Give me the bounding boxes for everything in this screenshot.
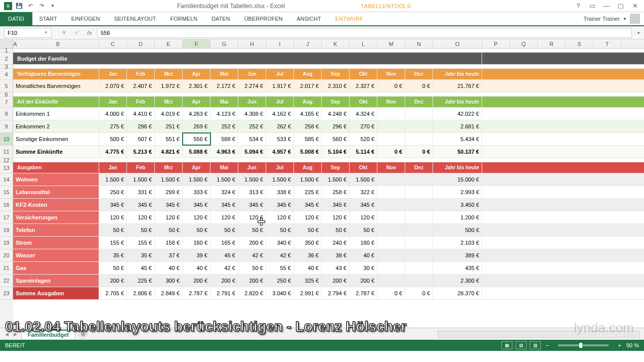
- cell[interactable]: 5.434 €: [433, 133, 482, 145]
- cell[interactable]: Jul: [266, 162, 294, 173]
- view-pagebreak-button[interactable]: ▧: [530, 341, 541, 349]
- cell[interactable]: 252 €: [238, 120, 266, 132]
- cell[interactable]: 120 €: [99, 211, 127, 223]
- cell[interactable]: 0 €: [377, 146, 405, 158]
- cell[interactable]: Aug: [294, 97, 322, 107]
- cell[interactable]: 5.094 €: [238, 146, 266, 158]
- row-header[interactable]: 21: [0, 262, 13, 275]
- namebox-dropdown-icon[interactable]: ▼: [44, 30, 48, 35]
- cell[interactable]: [405, 120, 433, 132]
- cell[interactable]: 5.114 €: [350, 146, 377, 158]
- cell[interactable]: Okt: [350, 97, 377, 107]
- cell[interactable]: 4.162 €: [266, 108, 294, 120]
- cell[interactable]: Nov: [377, 97, 405, 107]
- cell[interactable]: Mai: [210, 162, 238, 173]
- cell[interactable]: 345 €: [99, 199, 127, 211]
- cell[interactable]: 2.787 €: [183, 287, 210, 299]
- cell[interactable]: 345 €: [155, 199, 183, 211]
- cell[interactable]: 252 €: [210, 120, 238, 132]
- cell[interactable]: 36 €: [294, 249, 322, 261]
- help-icon[interactable]: ?: [573, 2, 583, 10]
- cell[interactable]: 2.301 €: [183, 80, 210, 92]
- row-header[interactable]: 18: [0, 224, 13, 237]
- cell[interactable]: [405, 199, 433, 211]
- cell[interactable]: [377, 275, 405, 287]
- cell[interactable]: 345 €: [183, 199, 210, 211]
- cell[interactable]: 4.000 €: [99, 108, 127, 120]
- tab-review[interactable]: ÜBERPRÜFEN: [237, 12, 290, 25]
- cell[interactable]: 120 €: [210, 211, 238, 223]
- row-header[interactable]: 2: [0, 53, 13, 65]
- cell[interactable]: [377, 224, 405, 236]
- cell[interactable]: 1.500 €: [266, 173, 294, 186]
- row-header[interactable]: 6: [0, 93, 13, 97]
- row-header[interactable]: 17: [0, 211, 13, 224]
- cell[interactable]: 30 €: [350, 262, 377, 274]
- cell[interactable]: 2.274 €: [238, 80, 266, 92]
- row-header[interactable]: 8: [0, 108, 13, 120]
- column-header[interactable]: H: [238, 39, 266, 48]
- cell[interactable]: 160 €: [183, 237, 210, 249]
- cell[interactable]: 1.500 €: [210, 173, 238, 186]
- user-name[interactable]: Trainer Trainer: [583, 16, 620, 22]
- cell[interactable]: Dez: [405, 69, 433, 79]
- cell[interactable]: 331 €: [127, 186, 155, 198]
- cell[interactable]: Dez: [405, 162, 433, 173]
- column-header[interactable]: D: [127, 39, 155, 48]
- cell[interactable]: 50 €: [127, 224, 155, 236]
- cell[interactable]: [377, 237, 405, 249]
- cell[interactable]: 345 €: [294, 199, 322, 211]
- maximize-icon[interactable]: ▢: [616, 2, 626, 10]
- cell[interactable]: 50 €: [183, 224, 210, 236]
- cell[interactable]: 1.972 €: [155, 80, 183, 92]
- zoom-out-button[interactable]: −: [544, 342, 551, 348]
- cell[interactable]: 2.705 €: [99, 287, 127, 299]
- row-header[interactable]: 12: [0, 158, 13, 162]
- cell[interactable]: 42 €: [238, 249, 266, 261]
- fx-icon[interactable]: fx: [85, 30, 94, 36]
- column-header[interactable]: S: [566, 39, 593, 48]
- cell[interactable]: [405, 275, 433, 287]
- column-header[interactable]: Q: [510, 39, 538, 48]
- cell[interactable]: 2.849 €: [155, 287, 183, 299]
- cell[interactable]: Versicherungen: [13, 211, 99, 223]
- qat-dropdown-icon[interactable]: ▼: [49, 2, 57, 10]
- row-header[interactable]: 23: [0, 287, 13, 300]
- cell[interactable]: 299 €: [155, 186, 183, 198]
- cell[interactable]: 0 €: [405, 80, 433, 92]
- cell[interactable]: 556 €: [183, 133, 210, 145]
- add-sheet-button[interactable]: ⊕: [78, 330, 88, 339]
- cell[interactable]: 200 €: [238, 275, 266, 287]
- cell[interactable]: 2.806 €: [127, 287, 155, 299]
- cell[interactable]: Jan: [99, 162, 127, 173]
- cell[interactable]: 1.917 €: [266, 80, 294, 92]
- cell[interactable]: 50 €: [155, 224, 183, 236]
- cell[interactable]: 324 €: [210, 186, 238, 198]
- cell[interactable]: 21.767 €: [433, 80, 482, 92]
- cell[interactable]: 2.791 €: [210, 287, 238, 299]
- cell[interactable]: 120 €: [238, 211, 266, 223]
- cell[interactable]: 50.137 €: [433, 146, 482, 158]
- cell[interactable]: Verfügbares Barvermögen: [13, 69, 99, 79]
- cell[interactable]: 1.500 €: [155, 173, 183, 186]
- row-header[interactable]: 3: [0, 65, 13, 69]
- cell[interactable]: 2.991 €: [294, 287, 322, 299]
- tab-design[interactable]: ENTWURF: [328, 12, 370, 25]
- cell[interactable]: Ausgaben: [13, 162, 99, 173]
- cell[interactable]: 4.165 €: [294, 108, 322, 120]
- cell[interactable]: 35 €: [127, 249, 155, 261]
- tab-pagelayout[interactable]: SEITENLAYOUT: [107, 12, 163, 25]
- cell[interactable]: 0 €: [377, 80, 405, 92]
- cell[interactable]: 1.200 €: [433, 211, 482, 223]
- cell[interactable]: 551 €: [155, 133, 183, 145]
- cell[interactable]: Art der Einkünfte: [13, 97, 99, 107]
- cell[interactable]: 296 €: [127, 120, 155, 132]
- cell[interactable]: Jan: [99, 69, 127, 79]
- tab-view[interactable]: ANSICHT: [289, 12, 328, 25]
- cell[interactable]: [405, 224, 433, 236]
- redo-icon[interactable]: ↷: [37, 2, 46, 10]
- cell[interactable]: [405, 211, 433, 223]
- cell[interactable]: 120 €: [183, 211, 210, 223]
- cell[interactable]: 200 €: [99, 275, 127, 287]
- sheet-cells[interactable]: Budget der FamilieVerfügbares Barvermöge…: [13, 49, 644, 328]
